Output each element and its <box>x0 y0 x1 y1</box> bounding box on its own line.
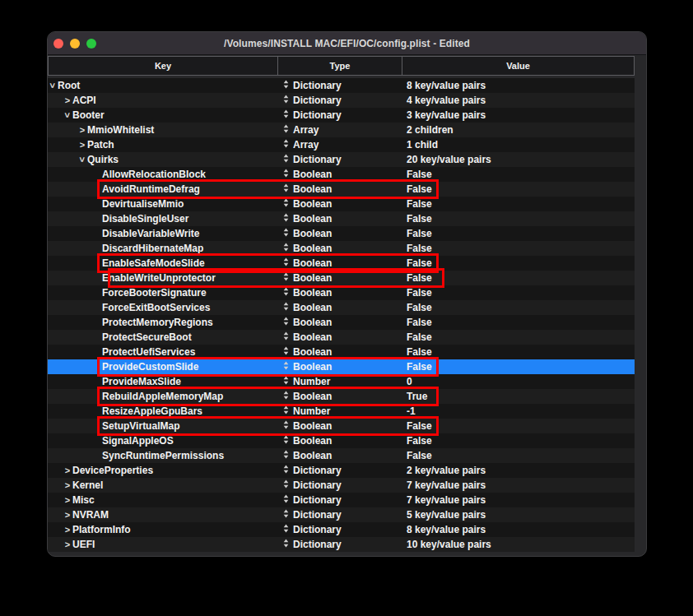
type-popup-stepper-icon[interactable] <box>283 124 289 136</box>
type-popup-stepper-icon[interactable] <box>283 272 289 284</box>
plist-row-DisableSingleUser[interactable]: DisableSingleUserBooleanFalse <box>48 211 635 226</box>
plist-row-ForceBooterSignature[interactable]: ForceBooterSignatureBooleanFalse <box>48 285 635 300</box>
disclosure-chevron-icon[interactable]: > <box>63 465 72 476</box>
type-cell[interactable]: Boolean <box>277 391 402 402</box>
value-cell[interactable]: False <box>402 317 635 328</box>
type-cell[interactable]: Boolean <box>277 420 402 432</box>
type-cell[interactable]: Boolean <box>277 317 402 328</box>
plist-row-ProtectMemoryRegions[interactable]: ProtectMemoryRegionsBooleanFalse <box>48 315 635 330</box>
plist-row-SyncRuntimePermissions[interactable]: SyncRuntimePermissionsBooleanFalse <box>48 448 635 463</box>
plist-row-RebuildAppleMemoryMap[interactable]: RebuildAppleMemoryMapBooleanTrue <box>48 389 635 404</box>
type-cell[interactable]: Dictionary <box>277 109 402 121</box>
type-cell[interactable]: Boolean <box>277 243 402 254</box>
type-popup-stepper-icon[interactable] <box>283 95 289 106</box>
type-popup-stepper-icon[interactable] <box>283 376 289 387</box>
disclosure-chevron-icon[interactable]: > <box>63 539 72 550</box>
type-cell[interactable]: Dictionary <box>277 95 402 106</box>
plist-row-SignalAppleOS[interactable]: SignalAppleOSBooleanFalse <box>48 433 635 448</box>
value-cell[interactable]: 8 key/value pairs <box>402 524 635 535</box>
type-popup-stepper-icon[interactable] <box>283 80 289 91</box>
type-cell[interactable]: Dictionary <box>277 80 402 91</box>
value-cell[interactable]: False <box>402 183 635 195</box>
type-cell[interactable]: Boolean <box>277 302 402 313</box>
plist-row-DeviceProperties[interactable]: >DevicePropertiesDictionary2 key/value p… <box>48 463 635 478</box>
disclosure-chevron-icon[interactable]: > <box>48 81 58 90</box>
type-cell[interactable]: Dictionary <box>277 465 402 476</box>
type-cell[interactable]: Boolean <box>277 435 402 447</box>
type-popup-stepper-icon[interactable] <box>283 539 289 550</box>
type-popup-stepper-icon[interactable] <box>283 139 289 151</box>
type-cell[interactable]: Boolean <box>277 228 402 239</box>
disclosure-chevron-icon[interactable]: > <box>77 124 87 136</box>
type-cell[interactable]: Boolean <box>277 169 402 180</box>
type-cell[interactable]: Dictionary <box>277 509 402 521</box>
type-popup-stepper-icon[interactable] <box>283 287 289 299</box>
value-cell[interactable]: 2 children <box>402 124 635 136</box>
value-cell[interactable]: False <box>402 257 635 269</box>
type-cell[interactable]: Dictionary <box>277 154 402 165</box>
plist-row-ProvideCustomSlide[interactable]: ProvideCustomSlideBooleanFalse <box>48 359 635 374</box>
value-cell[interactable]: False <box>402 287 635 299</box>
column-header-key[interactable]: Key <box>49 57 278 75</box>
plist-row-MmioWhitelist[interactable]: >MmioWhitelistArray2 children <box>48 123 635 137</box>
value-cell[interactable]: False <box>402 435 635 447</box>
disclosure-chevron-icon[interactable]: > <box>63 524 72 535</box>
type-popup-stepper-icon[interactable] <box>283 198 289 210</box>
type-popup-stepper-icon[interactable] <box>283 346 289 358</box>
value-cell[interactable]: 2 key/value pairs <box>402 465 635 476</box>
minimize-button[interactable] <box>70 39 80 49</box>
type-cell[interactable]: Boolean <box>277 213 402 225</box>
value-cell[interactable]: False <box>402 331 635 343</box>
value-cell[interactable]: False <box>402 302 635 313</box>
type-cell[interactable]: Boolean <box>277 450 402 461</box>
type-popup-stepper-icon[interactable] <box>283 405 289 417</box>
plist-row-Root[interactable]: >RootDictionary8 key/value pairs <box>48 78 635 93</box>
plist-row-DiscardHibernateMap[interactable]: DiscardHibernateMapBooleanFalse <box>48 241 635 256</box>
type-cell[interactable]: Dictionary <box>277 479 402 491</box>
value-cell[interactable]: 1 child <box>402 139 635 151</box>
type-popup-stepper-icon[interactable] <box>283 509 289 521</box>
disclosure-chevron-icon[interactable]: > <box>77 155 88 164</box>
value-cell[interactable]: False <box>402 346 635 358</box>
zoom-button[interactable] <box>86 39 96 49</box>
plist-row-AllowRelocationBlock[interactable]: AllowRelocationBlockBooleanFalse <box>48 167 635 182</box>
disclosure-chevron-icon[interactable]: > <box>63 95 72 106</box>
type-cell[interactable]: Boolean <box>277 272 402 284</box>
type-cell[interactable]: Boolean <box>277 198 402 210</box>
disclosure-chevron-icon[interactable]: > <box>63 494 72 506</box>
column-header-value[interactable]: Value <box>402 57 634 75</box>
type-popup-stepper-icon[interactable] <box>283 435 289 447</box>
value-cell[interactable]: False <box>402 198 635 210</box>
plist-row-ForceExitBootServices[interactable]: ForceExitBootServicesBooleanFalse <box>48 300 635 315</box>
type-popup-stepper-icon[interactable] <box>283 524 289 535</box>
type-cell[interactable]: Array <box>277 139 402 151</box>
value-cell[interactable]: False <box>402 361 635 373</box>
type-popup-stepper-icon[interactable] <box>283 109 289 121</box>
type-popup-stepper-icon[interactable] <box>283 302 289 313</box>
close-button[interactable] <box>53 39 63 49</box>
value-cell[interactable]: False <box>402 228 635 239</box>
type-popup-stepper-icon[interactable] <box>283 243 289 254</box>
plist-row-EnableWriteUnprotector[interactable]: EnableWriteUnprotectorBooleanFalse <box>48 271 635 285</box>
plist-row-ACPI[interactable]: >ACPIDictionary4 key/value pairs <box>48 93 635 108</box>
disclosure-chevron-icon[interactable]: > <box>63 509 72 521</box>
value-cell[interactable]: False <box>402 169 635 180</box>
disclosure-chevron-icon[interactable]: > <box>62 110 73 120</box>
plist-row-Booter[interactable]: >BooterDictionary3 key/value pairs <box>48 108 635 123</box>
type-cell[interactable]: Dictionary <box>277 539 402 550</box>
type-popup-stepper-icon[interactable] <box>283 361 289 373</box>
value-cell[interactable]: 7 key/value pairs <box>402 479 635 491</box>
type-cell[interactable]: Array <box>277 124 402 136</box>
plist-row-Quirks[interactable]: >QuirksDictionary20 key/value pairs <box>48 152 635 167</box>
plist-row-Misc[interactable]: >MiscDictionary7 key/value pairs <box>48 493 635 507</box>
plist-row-ProvideMaxSlide[interactable]: ProvideMaxSlideNumber0 <box>48 374 635 389</box>
value-cell[interactable]: False <box>402 243 635 254</box>
type-cell[interactable]: Boolean <box>277 346 402 358</box>
value-cell[interactable]: 20 key/value pairs <box>402 154 635 165</box>
plist-row-ProtectUefiServices[interactable]: ProtectUefiServicesBooleanFalse <box>48 345 635 359</box>
value-cell[interactable]: 8 key/value pairs <box>402 80 635 91</box>
type-cell[interactable]: Boolean <box>277 287 402 299</box>
plist-row-EnableSafeModeSlide[interactable]: EnableSafeModeSlideBooleanFalse <box>48 256 635 271</box>
value-cell[interactable]: 7 key/value pairs <box>402 494 635 506</box>
type-popup-stepper-icon[interactable] <box>283 420 289 432</box>
